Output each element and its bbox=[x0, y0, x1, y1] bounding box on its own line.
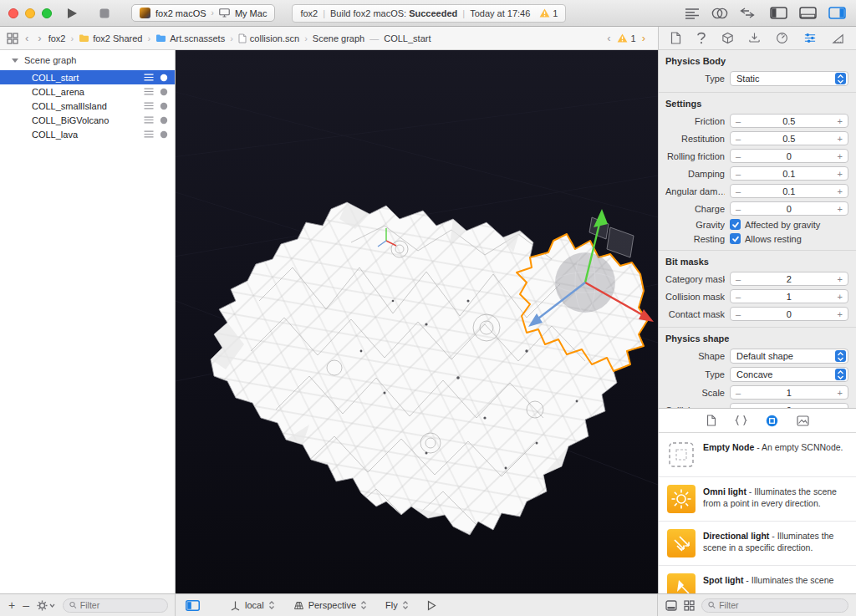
stepper-value[interactable]: 0.1 bbox=[741, 169, 837, 179]
file-inspector-icon[interactable] bbox=[670, 32, 681, 44]
resting-checkbox[interactable] bbox=[730, 233, 741, 244]
stepper-increment[interactable]: + bbox=[838, 292, 843, 302]
play-scene-button[interactable] bbox=[427, 600, 436, 611]
object-library-icon[interactable] bbox=[766, 415, 778, 427]
stepper-value[interactable]: 0.5 bbox=[741, 116, 837, 126]
damping-stepper[interactable]: – 0.1 + bbox=[730, 166, 848, 181]
code-snippet-library-icon[interactable] bbox=[735, 415, 747, 426]
toolbar-warning-badge[interactable]: 1 bbox=[539, 8, 558, 18]
stop-button[interactable] bbox=[99, 8, 110, 18]
rolling-friction-stepper[interactable]: – 0 + bbox=[730, 149, 848, 163]
body-type-popup[interactable]: Static bbox=[730, 71, 848, 86]
contact-mask-stepper[interactable]: – 0 + bbox=[730, 307, 848, 321]
stepper-value[interactable]: 2 bbox=[741, 274, 837, 284]
breadcrumb-scene-graph[interactable]: Scene graph bbox=[313, 33, 364, 43]
stepper-value[interactable]: 0 bbox=[741, 309, 837, 319]
toggle-debug-panel-icon[interactable] bbox=[799, 7, 817, 19]
stepper-value[interactable]: 0 bbox=[741, 204, 837, 214]
shape-type-popup[interactable]: Concave bbox=[730, 367, 848, 382]
scheme-name[interactable]: fox2 macOS bbox=[155, 8, 206, 18]
charge-stepper[interactable]: – 0 + bbox=[730, 201, 848, 216]
stepper-increment[interactable]: + bbox=[838, 309, 843, 319]
node-inspector-icon[interactable] bbox=[721, 32, 734, 44]
stepper-increment[interactable]: + bbox=[838, 151, 843, 161]
scene-graph-filter-input[interactable] bbox=[80, 600, 161, 610]
stepper-increment[interactable]: + bbox=[838, 186, 843, 196]
stepper-value[interactable]: 1 bbox=[741, 292, 837, 302]
breadcrumb-group[interactable]: fox2 Shared bbox=[79, 33, 142, 43]
collision-mask-stepper[interactable]: – 1 + bbox=[730, 289, 848, 303]
scheme-selector[interactable]: fox2 macOS › My Mac bbox=[131, 4, 275, 22]
attributes-inspector-icon[interactable] bbox=[748, 32, 761, 44]
angular-damping-stepper[interactable]: – 0.1 + bbox=[730, 184, 848, 198]
back-button[interactable]: ‹ bbox=[23, 32, 31, 44]
toggle-scene-graph-icon[interactable] bbox=[186, 600, 200, 611]
standard-editor-icon[interactable] bbox=[685, 8, 700, 19]
stepper-increment[interactable]: + bbox=[838, 274, 843, 284]
scene-graph-filter[interactable] bbox=[63, 598, 168, 613]
scene-node-row-coll-start[interactable]: COLL_start bbox=[0, 70, 175, 84]
run-destination[interactable]: My Mac bbox=[235, 8, 268, 18]
file-template-library-icon[interactable] bbox=[706, 415, 716, 426]
action-menu[interactable] bbox=[37, 600, 55, 611]
stepper-increment[interactable]: + bbox=[838, 388, 843, 398]
scene-node-row-coll-smallisland[interactable]: COLL_smallIsland bbox=[0, 99, 175, 113]
version-editor-icon[interactable] bbox=[740, 8, 755, 18]
close-window-button[interactable] bbox=[8, 8, 18, 18]
library-item-omni-light[interactable]: Omni light - Illuminates the scene from … bbox=[659, 477, 856, 522]
orientation-control[interactable]: local bbox=[230, 600, 275, 611]
breadcrumb-file[interactable]: collision.scn bbox=[238, 33, 299, 43]
physics-inspector-icon[interactable] bbox=[803, 32, 817, 44]
stepper-value[interactable]: 0.1 bbox=[741, 186, 837, 196]
stepper-increment[interactable]: + bbox=[838, 116, 843, 126]
related-items-icon[interactable] bbox=[7, 33, 18, 44]
add-node-button[interactable]: + bbox=[8, 599, 15, 611]
toggle-inspector-panel-icon[interactable] bbox=[828, 7, 846, 19]
popup-arrows-icon bbox=[835, 369, 846, 380]
camera-control[interactable]: Perspective bbox=[293, 600, 367, 610]
grid-view-icon[interactable] bbox=[684, 600, 695, 611]
stepper-increment[interactable]: + bbox=[838, 169, 843, 179]
library-panel-icon[interactable] bbox=[665, 600, 677, 611]
scale-stepper[interactable]: – 1 + bbox=[730, 385, 848, 400]
breadcrumb-project[interactable]: fox2 bbox=[48, 33, 66, 43]
stepper-value[interactable]: 0 bbox=[741, 151, 837, 161]
toggle-navigator-panel-icon[interactable] bbox=[770, 7, 787, 19]
disclosure-triangle-icon[interactable] bbox=[12, 59, 18, 63]
navigation-mode-control[interactable]: Fly bbox=[385, 600, 409, 610]
shape-popup[interactable]: Default shape bbox=[730, 349, 848, 364]
scene-node-row-coll-bigvolcano[interactable]: COLL_BiGVolcano bbox=[0, 113, 175, 127]
category-mask-stepper[interactable]: – 2 + bbox=[730, 272, 848, 286]
library-filter-input[interactable] bbox=[719, 600, 842, 610]
library-item-spot-light[interactable]: Spot light - Illuminates the scene bbox=[659, 566, 856, 593]
run-button[interactable] bbox=[67, 8, 78, 19]
library-item-directional-light[interactable]: Directional light - Illuminates the scen… bbox=[659, 522, 856, 566]
stepper-increment[interactable]: + bbox=[838, 134, 843, 144]
breadcrumb-node[interactable]: COLL_start bbox=[384, 33, 431, 43]
gravity-checkbox[interactable] bbox=[730, 219, 741, 230]
scene-canvas[interactable] bbox=[176, 50, 658, 593]
scene-node-row-coll-arena[interactable]: COLL_arena bbox=[0, 84, 175, 99]
scene-editor-viewport[interactable] bbox=[176, 50, 658, 593]
friction-stepper[interactable]: – 0.5 + bbox=[730, 114, 848, 128]
minimize-window-button[interactable] bbox=[25, 8, 35, 18]
media-library-icon[interactable] bbox=[797, 415, 809, 426]
previous-issue-button[interactable]: ‹ bbox=[604, 32, 613, 44]
stepper-value[interactable]: 0.5 bbox=[741, 134, 837, 144]
restitution-stepper[interactable]: – 0.5 + bbox=[730, 131, 848, 145]
assistant-editor-icon[interactable] bbox=[711, 8, 728, 19]
forward-button[interactable]: › bbox=[35, 32, 43, 44]
size-inspector-icon[interactable] bbox=[832, 32, 844, 44]
scene-node-row-coll-lava[interactable]: COLL_lava bbox=[0, 127, 175, 141]
library-filter[interactable] bbox=[701, 598, 848, 613]
remove-node-button[interactable]: – bbox=[23, 599, 29, 611]
library-item-empty-node[interactable]: Empty Node - An empty SCNNode. bbox=[659, 433, 856, 477]
scene-graph-header[interactable]: Scene graph bbox=[0, 50, 175, 70]
quick-help-icon[interactable] bbox=[696, 32, 706, 44]
stepper-increment[interactable]: + bbox=[838, 204, 843, 214]
scene-inspector-icon[interactable] bbox=[776, 32, 788, 44]
stepper-value[interactable]: 1 bbox=[741, 388, 837, 398]
next-issue-button[interactable]: › bbox=[639, 32, 648, 44]
breadcrumb-assets[interactable]: Art.scnassets bbox=[155, 33, 225, 43]
zoom-window-button[interactable] bbox=[42, 8, 52, 18]
